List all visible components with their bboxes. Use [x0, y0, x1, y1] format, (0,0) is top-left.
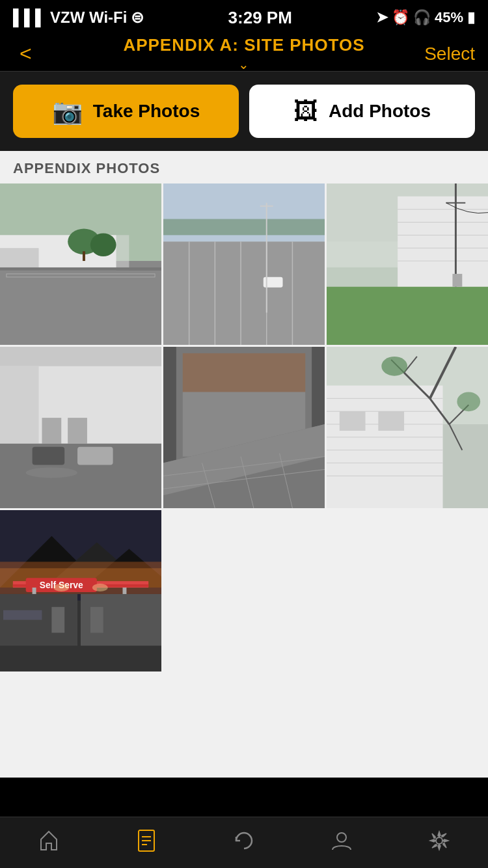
nav-report[interactable]	[122, 826, 171, 855]
add-photos-label: Add Photos	[329, 101, 431, 122]
svg-rect-60	[327, 386, 443, 508]
svg-rect-35	[452, 274, 462, 287]
take-photos-label: Take Photos	[93, 101, 200, 122]
svg-rect-39	[0, 366, 39, 444]
svg-rect-92	[0, 594, 77, 645]
svg-rect-32	[327, 287, 488, 345]
photo-7[interactable]: Self Serve	[0, 510, 161, 671]
nav-refresh[interactable]	[219, 826, 269, 855]
bottom-nav	[0, 817, 488, 868]
select-button[interactable]: Select	[424, 44, 475, 64]
page-title: APPENDIX A: SITE PHOTOS	[123, 35, 364, 55]
photo-3[interactable]	[327, 183, 488, 345]
back-button[interactable]: <	[13, 39, 38, 68]
status-bar: ▌▌▌ VZW Wi-Fi ⊜ 3:29 PM ➤ ⏰ 🎧 45% ▮	[0, 0, 488, 33]
carrier-label: VZW Wi-Fi	[50, 8, 127, 27]
camera-icon: 📷	[52, 99, 83, 124]
svg-rect-44	[77, 447, 113, 465]
refresh-icon	[232, 829, 256, 852]
section-title: APPENDIX PHOTOS	[13, 160, 160, 176]
nav-home[interactable]	[24, 826, 74, 855]
headphone-icon: 🎧	[413, 9, 431, 26]
section-header: APPENDIX PHOTOS	[0, 151, 488, 183]
svg-point-104	[436, 837, 442, 844]
photo-grid: Self Serve	[0, 183, 488, 673]
svg-rect-95	[90, 607, 103, 633]
svg-rect-5	[0, 267, 161, 271]
battery-icon: ▮	[467, 9, 475, 26]
status-left: ▌▌▌ VZW Wi-Fi ⊜	[13, 8, 144, 27]
photo-6[interactable]	[327, 347, 488, 508]
action-row: 📷 Take Photos 🖼 Add Photos	[0, 72, 488, 151]
signal-icon: ▌▌▌	[13, 8, 46, 27]
nav-user[interactable]	[317, 826, 366, 855]
take-photos-button[interactable]: 📷 Take Photos	[13, 85, 239, 138]
svg-point-97	[53, 584, 69, 591]
wifi-icon: ⊜	[131, 8, 144, 27]
location-icon: ➤	[376, 9, 388, 26]
status-time: 3:29 PM	[228, 8, 292, 28]
empty-area	[0, 712, 488, 778]
header-title-wrap: APPENDIX A: SITE PHOTOS ⌄	[123, 35, 364, 72]
svg-rect-94	[51, 607, 64, 633]
add-photos-button[interactable]: 🖼 Add Photos	[249, 85, 475, 138]
svg-point-78	[457, 392, 480, 411]
photo-5[interactable]	[163, 347, 325, 508]
svg-point-77	[381, 357, 407, 376]
image-icon: 🖼	[293, 99, 318, 124]
svg-rect-40	[42, 418, 61, 444]
svg-rect-43	[33, 447, 65, 465]
report-icon	[135, 829, 158, 852]
battery-label: 45%	[435, 9, 463, 26]
photo-2[interactable]	[163, 183, 325, 345]
home-icon	[37, 829, 61, 852]
svg-rect-69	[378, 411, 404, 431]
svg-rect-41	[68, 418, 87, 444]
svg-rect-57	[183, 353, 305, 392]
chevron-down-icon[interactable]: ⌄	[123, 57, 364, 72]
svg-rect-68	[340, 411, 366, 431]
svg-point-103	[337, 833, 346, 842]
svg-rect-6	[0, 271, 161, 345]
nav-settings[interactable]	[414, 826, 464, 855]
bottom-spacer	[0, 673, 488, 712]
svg-rect-10	[83, 251, 85, 261]
photo-4[interactable]	[0, 347, 161, 508]
photo-1[interactable]	[0, 183, 161, 345]
svg-rect-20	[163, 219, 325, 236]
svg-rect-13	[163, 241, 325, 345]
svg-rect-96	[3, 610, 42, 620]
gear-icon	[427, 829, 451, 852]
page-header: < APPENDIX A: SITE PHOTOS ⌄ Select	[0, 33, 488, 71]
user-icon	[330, 829, 353, 852]
svg-point-98	[92, 584, 108, 591]
svg-point-45	[26, 468, 77, 478]
status-right: ➤ ⏰ 🎧 45% ▮	[376, 9, 475, 26]
svg-point-9	[90, 233, 116, 256]
alarm-icon: ⏰	[392, 9, 409, 26]
